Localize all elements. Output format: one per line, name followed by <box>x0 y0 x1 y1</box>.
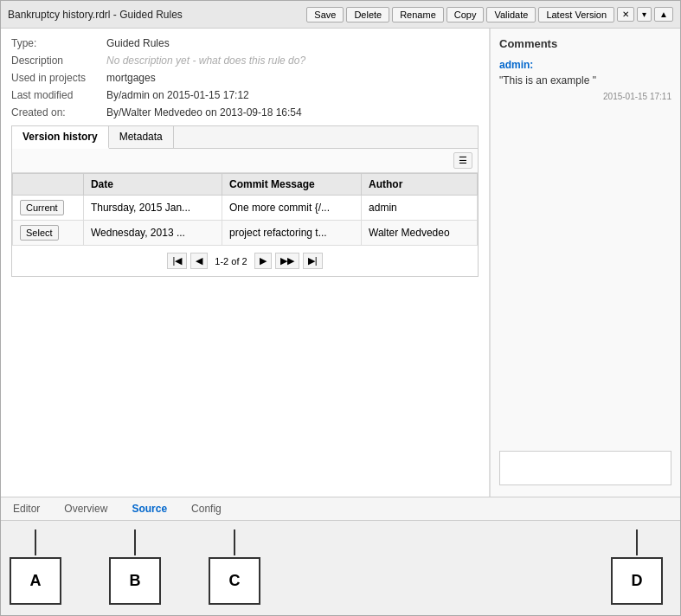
row-date: Thursday, 2015 Jan... <box>83 196 222 221</box>
col-commit: Commit Message <box>222 174 361 196</box>
tab-editor[interactable]: Editor <box>1 497 52 520</box>
rename-button[interactable]: Rename <box>392 7 444 22</box>
col-date: Date <box>83 174 222 196</box>
tab-metadata[interactable]: Metadata <box>109 126 174 148</box>
version-tabs-container: Version history Metadata ☰ Date Commit M… <box>11 125 479 277</box>
row-action-btn-1[interactable]: Select <box>20 225 59 241</box>
type-value: Guided Rules <box>106 37 170 49</box>
close-icon-button[interactable]: ✕ <box>617 7 634 22</box>
pagination-range: 1-2 of 2 <box>215 256 247 266</box>
col-author: Author <box>362 174 478 196</box>
annotation-d: D <box>611 557 663 605</box>
pagination-next2[interactable]: ▶▶ <box>275 253 299 269</box>
tab-source[interactable]: Source <box>119 497 179 520</box>
created-on-row: Created on: By/Walter Medvedeo on 2013-0… <box>11 106 479 119</box>
used-in-row: Used in projects mortgages <box>11 72 479 84</box>
last-modified-row: Last modified By/admin on 2015-01-15 17:… <box>11 89 479 101</box>
up-icon-button[interactable]: ▲ <box>654 7 673 22</box>
save-button[interactable]: Save <box>306 7 344 22</box>
comments-title: Comments <box>499 37 671 50</box>
pagination-next[interactable]: ▶ <box>254 253 272 269</box>
type-row: Type: Guided Rules <box>11 37 479 49</box>
row-commit: project refactoring t... <box>222 221 361 246</box>
toolbar-buttons: Save Delete Rename Copy Validate Latest … <box>306 7 673 22</box>
description-row: Description No description yet - what do… <box>11 55 479 67</box>
comment-text: "This is an example " <box>499 74 671 87</box>
comment-timestamp: 2015-01-15 17:11 <box>499 92 671 101</box>
latest-version-button[interactable]: Latest Version <box>538 7 614 22</box>
annotation-section: A B C D <box>1 520 680 615</box>
comment-input-area <box>499 451 671 488</box>
pagination-prev[interactable]: ◀ <box>190 253 208 269</box>
tabs-header: Version history Metadata <box>12 126 478 149</box>
pagination-first[interactable]: |◀ <box>167 253 187 269</box>
last-modified-label: Last modified <box>11 89 106 101</box>
comment-input[interactable] <box>499 451 671 485</box>
right-panel: Comments admin: "This is an example " 20… <box>490 29 680 497</box>
type-label: Type: <box>11 37 106 49</box>
used-in-label: Used in projects <box>11 72 106 84</box>
main-content: Type: Guided Rules Description No descri… <box>1 29 680 497</box>
annotation-c: C <box>209 557 260 605</box>
table-row: Select Wednesday, 2013 ... project refac… <box>13 221 478 246</box>
window-title: Bankruptcy history.rdrl - Guided Rules <box>8 9 306 21</box>
row-commit: One more commit {/... <box>222 196 361 221</box>
copy-button[interactable]: Copy <box>447 7 485 22</box>
description-label: Description <box>11 55 106 67</box>
main-window: Bankruptcy history.rdrl - Guided Rules S… <box>0 0 681 616</box>
annotation-a: A <box>10 557 61 605</box>
created-on-value: By/Walter Medvedeo on 2013-09-18 16:54 <box>106 106 302 119</box>
pagination-last[interactable]: ▶| <box>303 253 323 269</box>
tab-config[interactable]: Config <box>179 497 234 520</box>
tab-overview[interactable]: Overview <box>52 497 119 520</box>
version-table: Date Commit Message Author Current Thurs… <box>12 173 478 246</box>
created-on-label: Created on: <box>11 106 106 119</box>
pagination: |◀ ◀ 1-2 of 2 ▶ ▶▶ ▶| <box>12 246 478 276</box>
list-view-button[interactable]: ☰ <box>453 152 472 169</box>
table-row: Current Thursday, 2015 Jan... One more c… <box>13 196 478 221</box>
title-bar: Bankruptcy history.rdrl - Guided Rules S… <box>1 1 680 29</box>
row-author: admin <box>362 196 478 221</box>
row-author: Walter Medvedeo <box>362 221 478 246</box>
table-toolbar: ☰ <box>12 149 478 173</box>
row-action-btn-0[interactable]: Current <box>20 200 64 215</box>
bottom-tabs: Editor Overview Source Config <box>1 497 680 520</box>
annotation-b: B <box>109 557 161 605</box>
row-date: Wednesday, 2013 ... <box>83 221 222 246</box>
validate-button[interactable]: Validate <box>486 7 536 22</box>
used-in-value: mortgages <box>106 72 156 84</box>
table-header-row: Date Commit Message Author <box>13 174 478 196</box>
tab-version-history[interactable]: Version history <box>12 126 109 149</box>
comment-author: admin: <box>499 59 671 71</box>
dropdown-icon-button[interactable]: ▾ <box>637 7 652 22</box>
col-action <box>13 174 84 196</box>
last-modified-value: By/admin on 2015-01-15 17:12 <box>106 89 249 101</box>
delete-button[interactable]: Delete <box>346 7 389 22</box>
left-panel: Type: Guided Rules Description No descri… <box>1 29 490 497</box>
description-value: No description yet - what does this rule… <box>106 55 305 67</box>
